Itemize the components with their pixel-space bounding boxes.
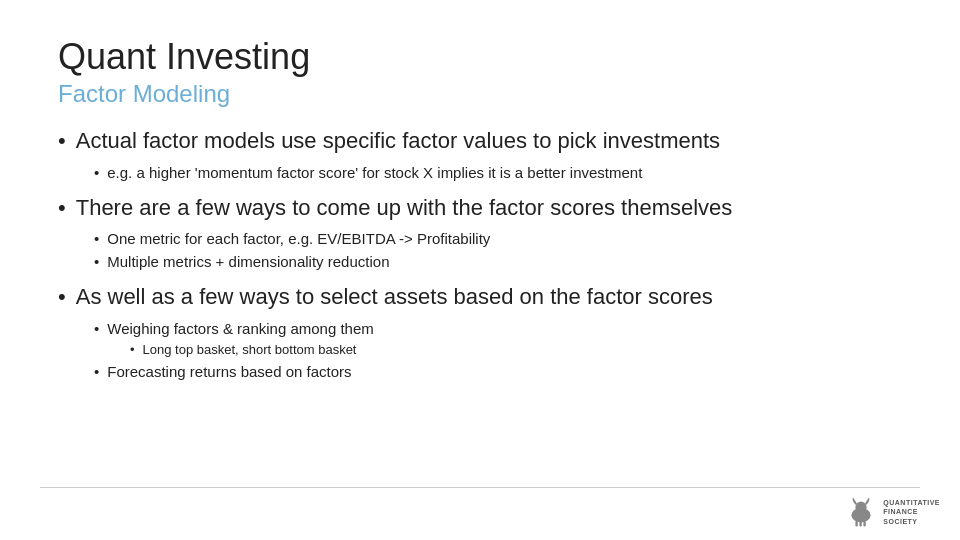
- bullet-1-dot: •: [58, 126, 66, 156]
- bullet-2-2-text: Multiple metrics + dimensionality reduct…: [107, 251, 389, 272]
- bullet-1-1: • e.g. a higher 'momentum factor score' …: [94, 162, 902, 183]
- slide: Quant Investing Factor Modeling • Actual…: [0, 0, 960, 540]
- bullet-1: • Actual factor models use specific fact…: [58, 126, 902, 156]
- bullet-3-2: • Forecasting returns based on factors: [94, 361, 902, 382]
- bullet-2-1-text: One metric for each factor, e.g. EV/EBIT…: [107, 228, 490, 249]
- slide-title: Quant Investing: [58, 36, 902, 78]
- bullet-3-text: As well as a few ways to select assets b…: [76, 282, 713, 312]
- bull-icon: [845, 496, 877, 528]
- content-area: • Actual factor models use specific fact…: [58, 126, 902, 504]
- bullet-3-1-1-text: Long top basket, short bottom basket: [143, 341, 357, 359]
- slide-subtitle: Factor Modeling: [58, 80, 902, 108]
- bullet-3-2-dot: •: [94, 361, 99, 382]
- bullet-3-1-1-dot: •: [130, 341, 135, 359]
- bullet-3-1: • Weighing factors & ranking among them: [94, 318, 902, 339]
- bullet-3-1-text: Weighing factors & ranking among them: [107, 318, 374, 339]
- svg-rect-2: [856, 521, 858, 527]
- bullet-2: • There are a few ways to come up with t…: [58, 193, 902, 223]
- svg-rect-3: [860, 521, 862, 527]
- svg-rect-4: [864, 521, 866, 527]
- logo-text: Quantitative Finance Society: [883, 498, 940, 525]
- bottom-divider: [40, 487, 920, 488]
- bullet-3-1-1: • Long top basket, short bottom basket: [130, 341, 902, 359]
- bullet-2-1-dot: •: [94, 228, 99, 249]
- bullet-2-2-dot: •: [94, 251, 99, 272]
- bullet-2-dot: •: [58, 193, 66, 223]
- bullet-2-text: There are a few ways to come up with the…: [76, 193, 733, 223]
- bullet-3-1-dot: •: [94, 318, 99, 339]
- bullet-2-2: • Multiple metrics + dimensionality redu…: [94, 251, 902, 272]
- bullet-3: • As well as a few ways to select assets…: [58, 282, 902, 312]
- logo-area: Quantitative Finance Society: [845, 496, 940, 528]
- svg-point-1: [856, 502, 867, 513]
- bullet-1-text: Actual factor models use specific factor…: [76, 126, 720, 156]
- bullet-3-dot: •: [58, 282, 66, 312]
- bullet-2-1: • One metric for each factor, e.g. EV/EB…: [94, 228, 902, 249]
- bullet-1-1-dot: •: [94, 162, 99, 183]
- bullet-3-2-text: Forecasting returns based on factors: [107, 361, 351, 382]
- bullet-1-1-text: e.g. a higher 'momentum factor score' fo…: [107, 162, 642, 183]
